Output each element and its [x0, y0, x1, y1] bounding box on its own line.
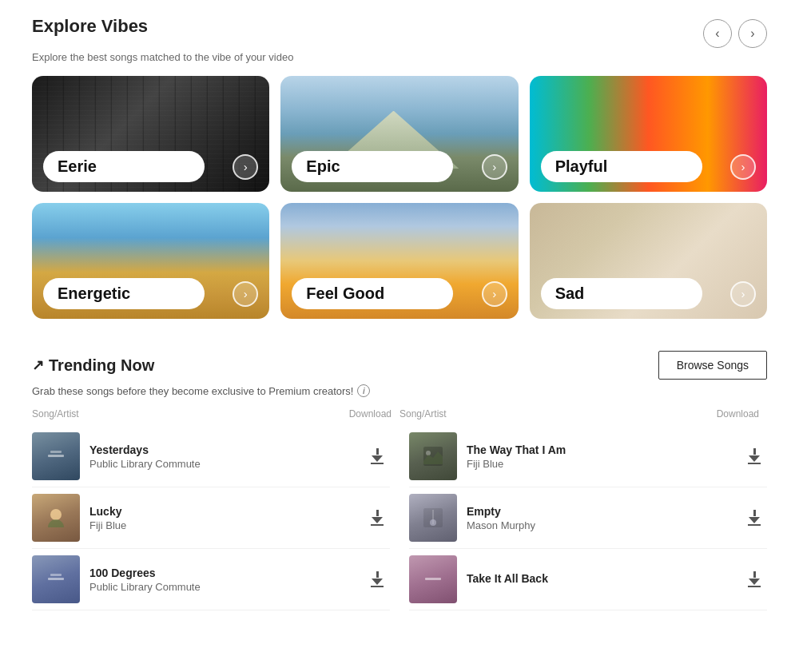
song-row-lucky: Lucky Fiji Blue — [32, 487, 390, 549]
download-icon-yesterdays — [371, 448, 384, 464]
trending-subtitle: Grab these songs before they become excl… — [32, 384, 767, 397]
download-btn-takeback[interactable] — [741, 567, 767, 592]
song-info-empty: Empty Mason Murphy — [467, 505, 732, 531]
song-info-100degrees: 100 Degrees Public Library Commute — [89, 567, 355, 593]
song-thumb-empty — [409, 494, 457, 542]
vibe-label-container-sad: Sad › — [530, 268, 767, 319]
arrow-head — [372, 579, 383, 585]
col-header-song-right: Song/Artist — [400, 408, 447, 420]
vibe-card-eerie[interactable]: Eerie › — [32, 76, 269, 192]
song-title-lucky: Lucky — [89, 505, 355, 518]
download-btn-yesterdays[interactable] — [364, 443, 390, 469]
song-info-wayiam: The Way That I Am Fiji Blue — [467, 443, 732, 470]
download-icon-empty — [748, 510, 761, 526]
download-btn-100degrees[interactable] — [364, 567, 390, 592]
song-row-yesterdays: Yesterdays Public Library Commute — [32, 426, 390, 487]
arrow-line — [748, 463, 761, 464]
song-row-empty: Empty Mason Murphy — [409, 487, 767, 549]
vibe-pill-eerie: Eerie — [43, 151, 205, 182]
vibe-arrow-energetic[interactable]: › — [233, 281, 258, 307]
song-title-yesterdays: Yesterdays — [89, 443, 355, 456]
song-title-empty: Empty — [467, 505, 732, 518]
song-thumb-takeback — [409, 555, 457, 603]
vibes-grid: Eerie › Epic › Playful › — [32, 76, 767, 319]
vibe-card-feelgood[interactable]: Feel Good › — [280, 203, 518, 319]
song-info-yesterdays: Yesterdays Public Library Commute — [89, 443, 355, 470]
song-title-100degrees: 100 Degrees — [89, 567, 355, 579]
songs-table: Yesterdays Public Library Commute — [32, 426, 767, 610]
song-row-takeback: Take It All Back — [409, 549, 767, 610]
prev-arrow-button[interactable]: ‹ — [703, 19, 732, 48]
vibe-pill-energetic: Energetic — [43, 278, 205, 309]
svg-rect-9 — [425, 578, 441, 580]
browse-songs-button[interactable]: Browse Songs — [658, 351, 767, 380]
vibe-card-sad[interactable]: Sad › — [530, 203, 767, 319]
arrow-body — [376, 571, 379, 578]
arrow-body — [753, 510, 756, 516]
arrow-line — [748, 524, 761, 526]
download-btn-wayiam[interactable] — [741, 443, 767, 469]
vibe-label-container-eerie: Eerie › — [32, 141, 269, 192]
download-icon-wayiam — [748, 448, 761, 464]
download-icon-lucky — [371, 510, 384, 526]
songs-column-headers: Song/Artist Download Song/Artist Downloa… — [32, 408, 767, 420]
arrow-body — [753, 571, 756, 578]
song-title-wayiam: The Way That I Am — [467, 443, 732, 456]
vibe-card-playful[interactable]: Playful › — [530, 76, 767, 192]
arrow-body — [376, 448, 379, 455]
download-btn-empty[interactable] — [741, 505, 767, 531]
col-header-song-left: Song/Artist — [32, 408, 79, 420]
info-icon: i — [357, 384, 370, 397]
arrow-head — [749, 455, 760, 462]
vibe-card-energetic[interactable]: Energetic › — [32, 203, 269, 319]
vibe-arrow-epic[interactable]: › — [482, 154, 507, 180]
svg-rect-3 — [48, 578, 64, 580]
trending-section: ↗ Trending Now Browse Songs Grab these s… — [32, 351, 767, 610]
song-thumb-100degrees — [32, 555, 80, 603]
vibe-arrow-eerie[interactable]: › — [233, 154, 258, 180]
vibe-arrow-feelgood[interactable]: › — [482, 281, 507, 307]
arrow-line — [371, 586, 384, 587]
vibe-pill-sad: Sad — [541, 278, 702, 309]
trending-title: ↗ Trending Now — [32, 356, 154, 375]
vibe-pill-playful: Playful — [541, 151, 702, 182]
song-artist-wayiam: Fiji Blue — [467, 458, 732, 470]
trending-header: ↗ Trending Now Browse Songs — [32, 351, 767, 380]
explore-vibes-title: Explore Vibes — [32, 16, 148, 37]
vibe-pill-feelgood: Feel Good — [292, 278, 453, 309]
download-icon-takeback — [748, 571, 761, 587]
arrow-head — [372, 455, 383, 462]
trending-icon: ↗ — [32, 356, 44, 374]
songs-column-left: Yesterdays Public Library Commute — [32, 426, 390, 610]
col-header-left: Song/Artist Download — [32, 408, 400, 420]
arrow-line — [371, 524, 384, 526]
col-header-dl-right: Download — [717, 408, 767, 420]
download-btn-lucky[interactable] — [364, 505, 390, 531]
explore-vibes-subtitle: Explore the best songs matched to the vi… — [32, 51, 767, 63]
song-thumb-yesterdays — [32, 432, 80, 480]
col-header-right: Song/Artist Download — [400, 408, 767, 420]
vibe-arrow-playful[interactable]: › — [730, 154, 756, 180]
song-info-takeback: Take It All Back — [467, 572, 732, 587]
song-thumb-wayiam — [409, 432, 457, 480]
arrow-body — [753, 448, 756, 455]
arrow-line — [371, 463, 384, 464]
song-artist-empty: Mason Murphy — [467, 519, 732, 531]
arrow-head — [372, 517, 383, 523]
chevron-right-icon: › — [750, 26, 754, 41]
vibe-card-epic[interactable]: Epic › — [280, 76, 518, 192]
song-row-100degrees: 100 Degrees Public Library Commute — [32, 549, 390, 610]
arrow-line — [748, 586, 761, 587]
svg-rect-4 — [50, 574, 62, 576]
vibe-arrow-sad[interactable]: › — [730, 281, 756, 307]
arrow-head — [749, 517, 760, 523]
song-info-lucky: Lucky Fiji Blue — [89, 505, 355, 531]
song-artist-100degrees: Public Library Commute — [89, 581, 355, 593]
vibe-label-container-playful: Playful › — [530, 141, 767, 192]
svg-point-2 — [50, 509, 62, 520]
chevron-left-icon: ‹ — [715, 26, 719, 41]
next-arrow-button[interactable]: › — [738, 19, 767, 48]
arrow-head — [749, 579, 760, 585]
songs-column-right: The Way That I Am Fiji Blue — [409, 426, 767, 610]
song-artist-lucky: Fiji Blue — [89, 519, 355, 531]
